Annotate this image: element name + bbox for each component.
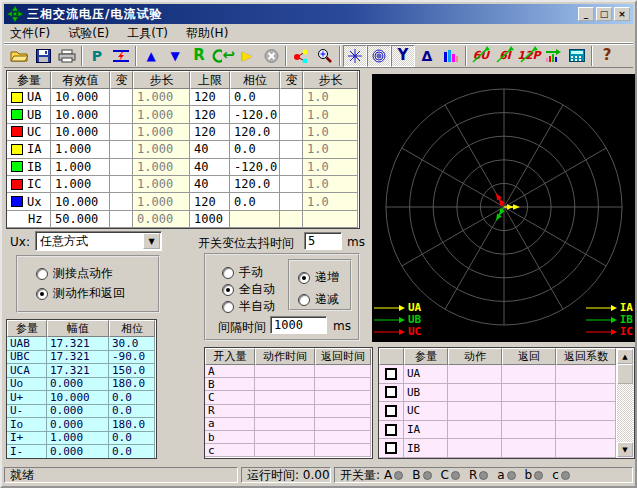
param-rms-cell[interactable]: 1.000	[51, 141, 110, 158]
param-chg-cell[interactable]	[110, 106, 133, 123]
scroll-up-icon[interactable]: ▲	[617, 349, 633, 364]
menu-item-0[interactable]: 文件(F)	[10, 25, 50, 42]
param-rms-cell[interactable]: 10.000	[51, 89, 110, 106]
param-chg-cell[interactable]	[110, 176, 133, 193]
param-step-cell[interactable]: 0.000	[133, 211, 190, 228]
radio-icon[interactable]	[36, 288, 48, 300]
menu-item-2[interactable]: 工具(T)	[127, 25, 168, 42]
param-chg2-cell[interactable]	[280, 124, 303, 141]
mode_group-option-2[interactable]: 半自动	[222, 298, 275, 315]
action-checkbox-cell[interactable]	[379, 402, 404, 421]
param-pstep-cell[interactable]: 1.0	[303, 106, 358, 123]
action-checkbox-cell[interactable]	[379, 421, 404, 440]
param-pstep-cell[interactable]: 1.0	[303, 89, 358, 106]
param-pstep-cell[interactable]: 1.0	[303, 193, 358, 210]
toolbar-phasor-button[interactable]	[289, 45, 313, 67]
toolbar-star-button[interactable]	[343, 45, 367, 67]
param-rms-cell[interactable]: 1.000	[51, 176, 110, 193]
toolbar-save-button[interactable]	[31, 45, 55, 67]
maximize-button[interactable]: □	[596, 7, 612, 21]
param-limit-cell[interactable]: 120	[190, 106, 230, 123]
toolbar-zoom-button[interactable]	[313, 45, 337, 67]
param-pstep-cell[interactable]: 1.0	[303, 159, 358, 176]
toolbar-i6-button[interactable]: 6I	[493, 45, 517, 67]
param-chg-cell[interactable]	[110, 159, 133, 176]
param-chg2-cell[interactable]	[280, 159, 303, 176]
param-phase-cell[interactable]: 120.0	[230, 176, 280, 193]
toolbar-reset-button[interactable]: R	[187, 45, 211, 67]
toolbar-calc-button[interactable]	[565, 45, 589, 67]
param-phase-cell[interactable]: 0.0	[230, 89, 280, 106]
param-step-cell[interactable]: 1.000	[133, 159, 190, 176]
ramp_group-option-0[interactable]: 递增	[298, 269, 339, 286]
param-limit-cell[interactable]: 1000	[190, 211, 230, 228]
toolbar-p-button[interactable]: P	[85, 45, 109, 67]
param-chg-cell[interactable]	[110, 193, 133, 210]
close-button[interactable]: ×	[614, 7, 630, 21]
param-limit-cell[interactable]: 40	[190, 141, 230, 158]
param-pstep-cell[interactable]	[303, 211, 358, 228]
toolbar-down-button[interactable]: ▼	[163, 45, 187, 67]
radio-icon[interactable]	[222, 284, 234, 296]
param-pstep-cell[interactable]: 1.0	[303, 141, 358, 158]
radio-icon[interactable]	[36, 268, 48, 280]
toolbar-start-button[interactable]: ▶	[235, 45, 259, 67]
param-pstep-cell[interactable]: 1.0	[303, 176, 358, 193]
combo-dropdown-icon[interactable]: ▼	[143, 233, 160, 249]
param-step-cell[interactable]: 1.000	[133, 176, 190, 193]
param-step-cell[interactable]: 1.000	[133, 193, 190, 210]
param-limit-cell[interactable]: 120	[190, 124, 230, 141]
param-step-cell[interactable]: 1.000	[133, 124, 190, 141]
param-phase-cell[interactable]: -120.0	[230, 106, 280, 123]
checkbox-icon[interactable]	[385, 424, 397, 436]
param-phase-cell[interactable]: 120.0	[230, 124, 280, 141]
param-phase-cell[interactable]: 0.0	[230, 193, 280, 210]
debounce-input[interactable]: 5	[304, 232, 342, 250]
param-rms-cell[interactable]: 1.000	[51, 159, 110, 176]
action-checkbox-cell[interactable]	[379, 458, 404, 459]
radio-icon[interactable]	[222, 301, 234, 313]
param-step-cell[interactable]: 1.000	[133, 141, 190, 158]
param-rms-cell[interactable]: 10.000	[51, 124, 110, 141]
toolbar-open-button[interactable]	[7, 45, 31, 67]
param-step-cell[interactable]: 1.000	[133, 89, 190, 106]
param-pstep-cell[interactable]: 1.0	[303, 124, 358, 141]
param-phase-cell[interactable]: -120.0	[230, 159, 280, 176]
scroll-down-icon[interactable]: ▼	[617, 442, 633, 457]
toolbar-rings-button[interactable]	[367, 45, 391, 67]
toolbar-u6-button[interactable]: 6U	[469, 45, 493, 67]
ux-mode-combo[interactable]: 任意方式 ▼	[35, 231, 162, 251]
param-chg-cell[interactable]	[110, 89, 133, 106]
toolbar-delta-button[interactable]: Δ	[415, 45, 439, 67]
toolbar-wye-button[interactable]: Y	[391, 45, 415, 67]
checkbox-icon[interactable]	[385, 386, 397, 398]
param-phase-cell[interactable]	[230, 211, 280, 228]
ramp_group-option-1[interactable]: 递减	[298, 291, 339, 308]
radio-icon[interactable]	[298, 294, 310, 306]
param-chg2-cell[interactable]	[280, 211, 303, 228]
toolbar-p12-button[interactable]: 12P	[517, 45, 541, 67]
mode_group-option-0[interactable]: 手动	[222, 264, 263, 281]
param-limit-cell[interactable]: 120	[190, 89, 230, 106]
measure_group-option-0[interactable]: 测接点动作	[36, 265, 113, 282]
toolbar-up-button[interactable]: ▲	[139, 45, 163, 67]
menu-item-3[interactable]: 帮助(H)	[186, 25, 228, 42]
menu-item-1[interactable]: 试验(E)	[68, 25, 109, 42]
param-limit-cell[interactable]: 40	[190, 176, 230, 193]
param-chg2-cell[interactable]	[280, 89, 303, 106]
param-limit-cell[interactable]: 40	[190, 159, 230, 176]
mode_group-option-1[interactable]: 全自动	[222, 281, 275, 298]
checkbox-icon[interactable]	[385, 405, 397, 417]
interval-input[interactable]: 1000	[270, 316, 327, 334]
toolbar-print-button[interactable]	[55, 45, 79, 67]
param-limit-cell[interactable]: 120	[190, 193, 230, 210]
toolbar-stop-button[interactable]	[259, 45, 283, 67]
measure_group-option-1[interactable]: 测动作和返回	[36, 285, 125, 302]
toolbar-undo-button[interactable]: ↩	[211, 45, 235, 67]
param-chg-cell[interactable]	[110, 211, 133, 228]
action-checkbox-cell[interactable]	[379, 365, 404, 384]
checkbox-icon[interactable]	[385, 368, 397, 380]
param-chg-cell[interactable]	[110, 141, 133, 158]
toolbar-bars-button[interactable]	[439, 45, 463, 67]
param-chg2-cell[interactable]	[280, 193, 303, 210]
